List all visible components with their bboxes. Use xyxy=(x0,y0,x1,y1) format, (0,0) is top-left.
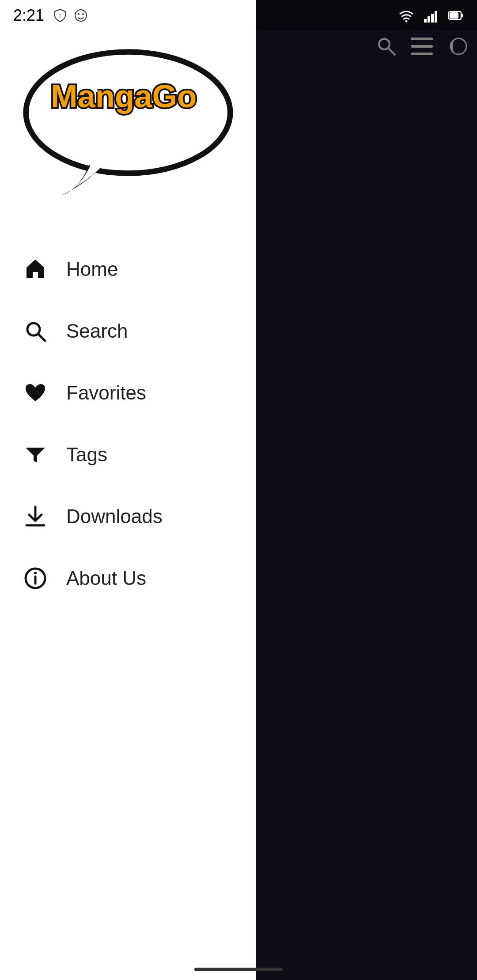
navigation-drawer: 2:21 ! MangaGo xyxy=(0,0,256,980)
nav-about-label: About Us xyxy=(66,567,146,589)
heart-icon xyxy=(22,380,49,406)
svg-point-18 xyxy=(34,572,37,574)
svg-point-8 xyxy=(78,13,80,15)
battery-icon xyxy=(448,8,464,23)
notification-status-icon: ! xyxy=(53,8,67,23)
nav-favorites-label: Favorites xyxy=(66,382,146,404)
svg-rect-25 xyxy=(461,14,463,17)
svg-point-19 xyxy=(405,20,408,23)
svg-point-9 xyxy=(82,13,84,15)
status-left-icons: ! xyxy=(53,8,88,23)
drawer-overlay[interactable] xyxy=(256,0,477,980)
download-icon xyxy=(22,503,49,530)
nav-item-downloads[interactable]: Downloads xyxy=(0,486,256,547)
home-icon xyxy=(22,256,49,283)
svg-text:!: ! xyxy=(59,12,61,19)
svg-rect-22 xyxy=(431,14,434,23)
signal-icon xyxy=(423,8,439,23)
status-bar-right xyxy=(256,0,477,31)
nav-item-about[interactable]: About Us xyxy=(0,547,256,609)
svg-text:MangaGo: MangaGo xyxy=(51,78,197,114)
face-status-icon xyxy=(74,8,88,23)
logo-area: MangaGo xyxy=(0,0,256,230)
svg-rect-23 xyxy=(435,11,437,23)
svg-rect-26 xyxy=(450,12,458,19)
nav-home-label: Home xyxy=(66,258,118,280)
nav-item-home[interactable]: Home xyxy=(0,238,256,300)
wifi-icon xyxy=(398,8,414,23)
filter-icon xyxy=(22,441,49,468)
mangago-logo: MangaGo xyxy=(18,35,238,212)
nav-search-label: Search xyxy=(66,320,128,342)
nav-item-favorites[interactable]: Favorites xyxy=(0,362,256,424)
status-time: 2:21 xyxy=(13,6,44,25)
status-bar: 2:21 ! xyxy=(0,0,256,31)
nav-tags-label: Tags xyxy=(66,444,107,466)
search-icon xyxy=(22,318,49,344)
info-icon xyxy=(22,565,49,592)
svg-rect-21 xyxy=(428,16,430,23)
svg-line-13 xyxy=(38,334,45,341)
svg-rect-20 xyxy=(424,19,427,23)
nav-item-tags[interactable]: Tags xyxy=(0,424,256,486)
home-indicator[interactable] xyxy=(194,968,283,971)
nav-item-search[interactable]: Search xyxy=(0,300,256,362)
svg-point-7 xyxy=(75,10,87,21)
drawer-navigation: Home Search Favorites xyxy=(0,230,256,980)
nav-downloads-label: Downloads xyxy=(66,505,163,528)
